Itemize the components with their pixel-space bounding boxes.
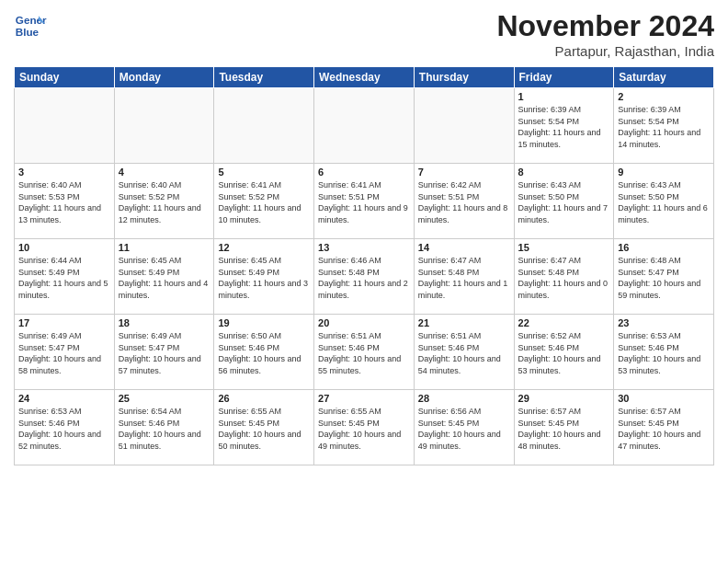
calendar-table: SundayMondayTuesdayWednesdayThursdayFrid… bbox=[14, 66, 714, 465]
calendar-cell: 20Sunrise: 6:51 AM Sunset: 5:46 PM Dayli… bbox=[314, 315, 415, 390]
calendar-cell: 23Sunrise: 6:53 AM Sunset: 5:46 PM Dayli… bbox=[614, 315, 714, 390]
calendar-week-row: 3Sunrise: 6:40 AM Sunset: 5:53 PM Daylig… bbox=[15, 164, 714, 239]
day-info: Sunrise: 6:57 AM Sunset: 5:45 PM Dayligh… bbox=[618, 406, 710, 452]
day-number: 29 bbox=[518, 393, 610, 404]
day-number: 26 bbox=[218, 393, 310, 404]
calendar-cell: 18Sunrise: 6:49 AM Sunset: 5:47 PM Dayli… bbox=[114, 315, 214, 390]
calendar-cell: 9Sunrise: 6:43 AM Sunset: 5:50 PM Daylig… bbox=[614, 164, 714, 239]
calendar-week-row: 10Sunrise: 6:44 AM Sunset: 5:49 PM Dayli… bbox=[15, 239, 714, 315]
day-info: Sunrise: 6:45 AM Sunset: 5:49 PM Dayligh… bbox=[119, 255, 210, 301]
day-number: 7 bbox=[418, 167, 510, 178]
day-number: 28 bbox=[418, 393, 510, 404]
day-info: Sunrise: 6:52 AM Sunset: 5:46 PM Dayligh… bbox=[518, 330, 610, 376]
calendar-cell: 28Sunrise: 6:56 AM Sunset: 5:45 PM Dayli… bbox=[414, 390, 514, 465]
day-number: 10 bbox=[18, 242, 110, 253]
day-number: 22 bbox=[518, 317, 610, 328]
calendar-cell: 4Sunrise: 6:40 AM Sunset: 5:52 PM Daylig… bbox=[114, 164, 214, 239]
day-number: 9 bbox=[618, 167, 710, 178]
day-number: 5 bbox=[218, 167, 310, 178]
calendar-week-row: 24Sunrise: 6:53 AM Sunset: 5:46 PM Dayli… bbox=[15, 390, 714, 465]
day-info: Sunrise: 6:55 AM Sunset: 5:45 PM Dayligh… bbox=[318, 406, 410, 452]
calendar-cell: 21Sunrise: 6:51 AM Sunset: 5:46 PM Dayli… bbox=[414, 315, 514, 390]
day-number: 12 bbox=[218, 242, 310, 253]
day-info: Sunrise: 6:45 AM Sunset: 5:49 PM Dayligh… bbox=[218, 255, 310, 301]
calendar-week-row: 17Sunrise: 6:49 AM Sunset: 5:47 PM Dayli… bbox=[15, 315, 714, 390]
calendar-cell: 25Sunrise: 6:54 AM Sunset: 5:46 PM Dayli… bbox=[114, 390, 214, 465]
day-number: 13 bbox=[318, 242, 410, 253]
day-number: 2 bbox=[618, 91, 710, 102]
day-info: Sunrise: 6:56 AM Sunset: 5:45 PM Dayligh… bbox=[418, 406, 510, 452]
page-container: General Blue November 2024 Partapur, Raj… bbox=[0, 0, 728, 563]
calendar-cell: 7Sunrise: 6:42 AM Sunset: 5:51 PM Daylig… bbox=[414, 164, 514, 239]
calendar-cell: 22Sunrise: 6:52 AM Sunset: 5:46 PM Dayli… bbox=[514, 315, 614, 390]
svg-text:Blue: Blue bbox=[16, 26, 40, 38]
day-number: 25 bbox=[119, 393, 210, 404]
weekday-header: Monday bbox=[114, 67, 214, 88]
day-info: Sunrise: 6:48 AM Sunset: 5:47 PM Dayligh… bbox=[618, 255, 710, 301]
calendar-cell bbox=[214, 88, 314, 164]
calendar-cell: 19Sunrise: 6:50 AM Sunset: 5:46 PM Dayli… bbox=[214, 315, 314, 390]
day-info: Sunrise: 6:41 AM Sunset: 5:52 PM Dayligh… bbox=[218, 179, 310, 225]
weekday-header: Sunday bbox=[15, 67, 115, 88]
weekday-header: Thursday bbox=[414, 67, 514, 88]
calendar-cell: 1Sunrise: 6:39 AM Sunset: 5:54 PM Daylig… bbox=[514, 88, 614, 164]
calendar-cell: 26Sunrise: 6:55 AM Sunset: 5:45 PM Dayli… bbox=[214, 390, 314, 465]
calendar-cell: 3Sunrise: 6:40 AM Sunset: 5:53 PM Daylig… bbox=[15, 164, 115, 239]
calendar-cell: 30Sunrise: 6:57 AM Sunset: 5:45 PM Dayli… bbox=[614, 390, 714, 465]
day-info: Sunrise: 6:47 AM Sunset: 5:48 PM Dayligh… bbox=[518, 255, 610, 301]
day-info: Sunrise: 6:57 AM Sunset: 5:45 PM Dayligh… bbox=[518, 406, 610, 452]
day-info: Sunrise: 6:47 AM Sunset: 5:48 PM Dayligh… bbox=[418, 255, 510, 301]
day-number: 15 bbox=[518, 242, 610, 253]
day-number: 8 bbox=[518, 167, 610, 178]
day-number: 19 bbox=[218, 317, 310, 328]
day-number: 11 bbox=[119, 242, 210, 253]
day-number: 21 bbox=[418, 317, 510, 328]
calendar-cell: 17Sunrise: 6:49 AM Sunset: 5:47 PM Dayli… bbox=[15, 315, 115, 390]
calendar-header-row: SundayMondayTuesdayWednesdayThursdayFrid… bbox=[15, 67, 714, 88]
day-number: 23 bbox=[618, 317, 710, 328]
calendar-cell: 8Sunrise: 6:43 AM Sunset: 5:50 PM Daylig… bbox=[514, 164, 614, 239]
weekday-header: Friday bbox=[514, 67, 614, 88]
weekday-header: Saturday bbox=[614, 67, 714, 88]
weekday-header: Tuesday bbox=[214, 67, 314, 88]
month-title: November 2024 bbox=[496, 9, 714, 43]
day-number: 6 bbox=[318, 167, 410, 178]
calendar-cell: 10Sunrise: 6:44 AM Sunset: 5:49 PM Dayli… bbox=[15, 239, 115, 315]
weekday-header: Wednesday bbox=[314, 67, 415, 88]
day-info: Sunrise: 6:40 AM Sunset: 5:53 PM Dayligh… bbox=[18, 179, 110, 225]
day-number: 30 bbox=[618, 393, 710, 404]
calendar-week-row: 1Sunrise: 6:39 AM Sunset: 5:54 PM Daylig… bbox=[15, 88, 714, 164]
calendar-cell: 14Sunrise: 6:47 AM Sunset: 5:48 PM Dayli… bbox=[414, 239, 514, 315]
svg-text:General: General bbox=[16, 14, 47, 26]
day-number: 14 bbox=[418, 242, 510, 253]
location: Partapur, Rajasthan, India bbox=[496, 43, 714, 59]
calendar-cell: 16Sunrise: 6:48 AM Sunset: 5:47 PM Dayli… bbox=[614, 239, 714, 315]
day-info: Sunrise: 6:44 AM Sunset: 5:49 PM Dayligh… bbox=[18, 255, 110, 301]
day-info: Sunrise: 6:53 AM Sunset: 5:46 PM Dayligh… bbox=[18, 406, 110, 452]
calendar-cell bbox=[314, 88, 415, 164]
day-number: 20 bbox=[318, 317, 410, 328]
day-info: Sunrise: 6:40 AM Sunset: 5:52 PM Dayligh… bbox=[119, 179, 210, 225]
day-info: Sunrise: 6:49 AM Sunset: 5:47 PM Dayligh… bbox=[18, 330, 110, 376]
calendar-cell: 12Sunrise: 6:45 AM Sunset: 5:49 PM Dayli… bbox=[214, 239, 314, 315]
day-info: Sunrise: 6:39 AM Sunset: 5:54 PM Dayligh… bbox=[618, 104, 710, 150]
day-number: 3 bbox=[18, 167, 110, 178]
day-info: Sunrise: 6:50 AM Sunset: 5:46 PM Dayligh… bbox=[218, 330, 310, 376]
calendar-cell: 2Sunrise: 6:39 AM Sunset: 5:54 PM Daylig… bbox=[614, 88, 714, 164]
day-info: Sunrise: 6:46 AM Sunset: 5:48 PM Dayligh… bbox=[318, 255, 410, 301]
calendar-cell bbox=[114, 88, 214, 164]
title-block: November 2024 Partapur, Rajasthan, India bbox=[496, 9, 714, 59]
day-number: 27 bbox=[318, 393, 410, 404]
logo-icon: General Blue bbox=[14, 9, 47, 42]
day-info: Sunrise: 6:53 AM Sunset: 5:46 PM Dayligh… bbox=[618, 330, 710, 376]
calendar-cell: 29Sunrise: 6:57 AM Sunset: 5:45 PM Dayli… bbox=[514, 390, 614, 465]
day-info: Sunrise: 6:42 AM Sunset: 5:51 PM Dayligh… bbox=[418, 179, 510, 225]
day-number: 24 bbox=[18, 393, 110, 404]
day-info: Sunrise: 6:43 AM Sunset: 5:50 PM Dayligh… bbox=[518, 179, 610, 225]
day-number: 17 bbox=[18, 317, 110, 328]
calendar-cell bbox=[414, 88, 514, 164]
day-info: Sunrise: 6:43 AM Sunset: 5:50 PM Dayligh… bbox=[618, 179, 710, 225]
day-info: Sunrise: 6:39 AM Sunset: 5:54 PM Dayligh… bbox=[518, 104, 610, 150]
day-number: 4 bbox=[119, 167, 210, 178]
day-info: Sunrise: 6:51 AM Sunset: 5:46 PM Dayligh… bbox=[418, 330, 510, 376]
